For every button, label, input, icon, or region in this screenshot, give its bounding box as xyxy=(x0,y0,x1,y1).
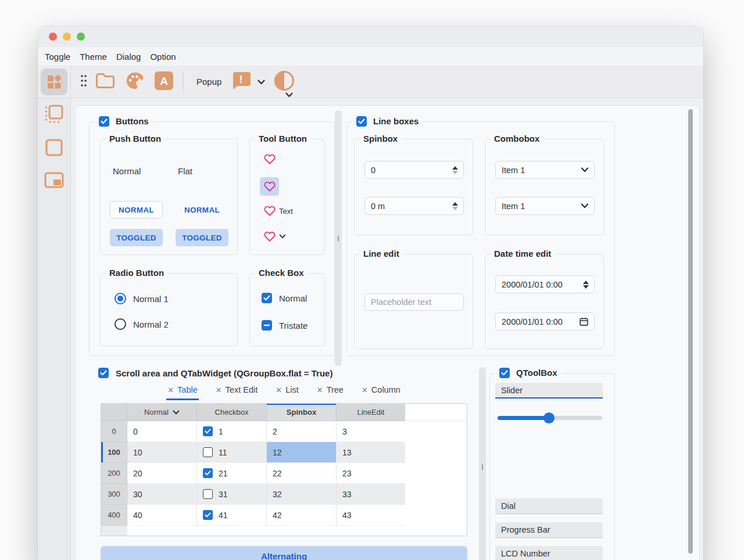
spinbox-arrows[interactable] xyxy=(452,166,458,174)
slider-widget[interactable] xyxy=(498,412,602,423)
cell-checkbox[interactable] xyxy=(203,489,213,499)
buttons-group-checkbox[interactable] xyxy=(99,116,109,127)
column-header-normal[interactable]: Normal xyxy=(127,404,197,421)
table-cell[interactable]: 32 xyxy=(267,484,337,505)
datetime-spin-field[interactable]: 2000/01/01 0:00 xyxy=(495,275,595,293)
column-header-spinbox[interactable]: Spinbox xyxy=(267,404,337,421)
cell-checkbox[interactable] xyxy=(203,447,213,457)
checkbox-normal[interactable]: Normal xyxy=(262,293,307,303)
table-cell[interactable]: 2 xyxy=(267,421,337,442)
combobox-1[interactable]: Item 1 xyxy=(495,161,595,179)
tab-list[interactable]: ✕ List xyxy=(274,384,299,400)
alternating-button[interactable]: Alternating xyxy=(101,546,467,560)
row-header[interactable]: 300 xyxy=(101,484,127,505)
toolbox-item-dial[interactable]: Dial xyxy=(495,498,603,514)
zoom-button[interactable] xyxy=(77,33,85,41)
line-boxes-checkbox[interactable] xyxy=(356,116,367,127)
toolbox-item-lcd-number[interactable]: LCD Number xyxy=(495,546,603,560)
table-cell[interactable]: 10 xyxy=(127,442,197,463)
column-header-checkbox[interactable]: Checkbox xyxy=(197,404,267,421)
table-cell[interactable]: 0 xyxy=(127,421,197,442)
font-button[interactable]: A xyxy=(154,71,174,93)
table-cell[interactable]: 42 xyxy=(267,505,337,526)
normal-flat-button[interactable]: NORMAL xyxy=(176,201,228,218)
palette-button[interactable] xyxy=(124,71,145,93)
tab-close-icon[interactable]: ✕ xyxy=(167,386,174,394)
tab-column[interactable]: ✕ Column xyxy=(360,384,402,400)
row-header[interactable]: 0 xyxy=(101,421,127,442)
table-corner-header[interactable] xyxy=(101,404,127,421)
tab-close-icon[interactable]: ✕ xyxy=(216,386,222,394)
tab-close-icon[interactable]: ✕ xyxy=(362,386,368,394)
heart-menu-tool-button[interactable] xyxy=(264,231,286,242)
tab-text-edit[interactable]: ✕ Text Edit xyxy=(214,384,259,400)
minimize-button[interactable] xyxy=(63,33,71,41)
heart-toggled-tool-button[interactable] xyxy=(260,177,279,196)
vertical-scrollbar[interactable] xyxy=(688,109,693,554)
menu-item-option[interactable]: Option xyxy=(145,49,180,64)
table-cell[interactable]: 20 xyxy=(127,463,197,484)
scroll-tab-group-checkbox[interactable] xyxy=(98,368,109,378)
datetime-calendar-field[interactable]: 2000/01/01 0:00 xyxy=(495,313,595,331)
toolbox-item-progress-bar[interactable]: Progress Bar xyxy=(495,522,603,538)
table-cell[interactable]: 3 xyxy=(337,421,405,442)
qtoolbox-checkbox[interactable] xyxy=(499,368,510,378)
toggled-flat-button[interactable]: TOGGLED xyxy=(176,229,228,246)
folder-button[interactable] xyxy=(95,72,116,92)
scroll-area-panel: Buttons Push Button Normal Flat NORMAL N… xyxy=(74,105,700,560)
row-header[interactable]: 400 xyxy=(101,505,127,526)
cell-checkbox[interactable] xyxy=(203,510,213,520)
combobox-2[interactable]: Item 1 xyxy=(495,197,595,215)
row-header[interactable]: 200 xyxy=(101,463,127,484)
table-cell[interactable]: 43 xyxy=(337,505,405,526)
slider-handle[interactable] xyxy=(543,412,555,423)
sidebar-pip-button[interactable] xyxy=(44,171,65,191)
toolbar-drag-handle-icon[interactable] xyxy=(80,74,87,89)
spinbox-arrows[interactable] xyxy=(452,202,458,210)
line-edit-input[interactable] xyxy=(364,293,464,311)
tab-close-icon[interactable]: ✕ xyxy=(317,386,323,394)
table-cell[interactable]: 22 xyxy=(267,463,337,484)
table-cell[interactable]: 11 xyxy=(197,442,267,463)
heart-text-tool-button[interactable]: Text xyxy=(264,206,293,216)
toolbox-item-slider[interactable]: Slider xyxy=(495,383,603,399)
vertical-splitter-handle[interactable] xyxy=(335,110,342,366)
table-cell[interactable]: 33 xyxy=(337,484,405,505)
vertical-splitter-handle[interactable] xyxy=(479,367,486,560)
column-header-lineedit[interactable]: LineEdit xyxy=(337,404,405,421)
normal-push-button[interactable]: NORMAL xyxy=(110,201,163,218)
tab-close-icon[interactable]: ✕ xyxy=(276,386,282,394)
widgets-tool-button[interactable] xyxy=(38,66,71,98)
menu-item-theme[interactable]: Theme xyxy=(75,49,112,64)
checkbox-tristate[interactable]: Tristate xyxy=(262,320,307,331)
heart-tool-button[interactable] xyxy=(264,154,276,164)
message-button[interactable]: ! xyxy=(231,70,265,94)
spinbox-field[interactable]: 0 xyxy=(364,161,464,179)
cell-checkbox[interactable] xyxy=(203,426,213,436)
table-cell[interactable]: 21 xyxy=(197,463,267,484)
table-cell[interactable]: 41 xyxy=(197,505,267,526)
radio-normal-1[interactable]: Normal 1 xyxy=(115,293,169,304)
tab-tree[interactable]: ✕ Tree xyxy=(316,384,345,400)
tab-table[interactable]: ✕ Table xyxy=(166,384,199,400)
menu-item-toggle[interactable]: Toggle xyxy=(40,49,75,64)
table-cell[interactable]: 40 xyxy=(127,505,197,526)
popup-button[interactable]: Popup xyxy=(196,77,221,87)
radio-normal-2[interactable]: Normal 2 xyxy=(115,318,169,330)
table-cell[interactable]: 30 xyxy=(127,484,197,505)
close-button[interactable] xyxy=(49,33,57,41)
menu-item-dialog[interactable]: Dialog xyxy=(112,49,146,64)
table-cell[interactable]: 23 xyxy=(337,463,405,484)
toggled-push-button[interactable]: TOGGLED xyxy=(110,229,163,246)
table-cell-selected[interactable]: 12 xyxy=(267,442,337,463)
table-cell[interactable]: 1 xyxy=(197,421,267,442)
sidebar-square-button[interactable] xyxy=(44,138,64,160)
spinbox-arrows[interactable] xyxy=(583,281,589,289)
spinbox-suffix-field[interactable]: 0 m xyxy=(364,197,464,215)
contrast-button[interactable] xyxy=(273,69,296,95)
row-header-current[interactable]: 100 xyxy=(101,442,127,463)
table-cell[interactable]: 13 xyxy=(337,442,405,463)
sidebar-dock-widgets-button[interactable] xyxy=(44,104,64,126)
table-cell[interactable]: 31 xyxy=(197,484,267,505)
cell-checkbox[interactable] xyxy=(203,468,213,478)
